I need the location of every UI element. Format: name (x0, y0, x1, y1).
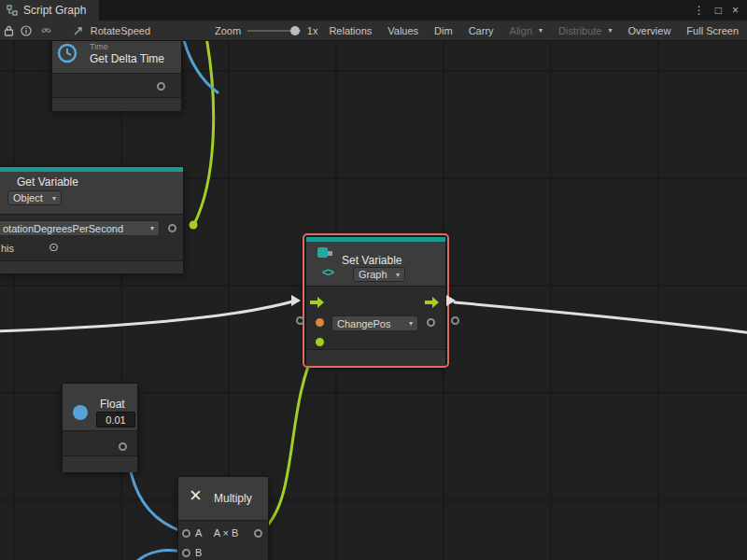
script-graph-icon (7, 5, 18, 16)
carry-button[interactable]: Carry (464, 21, 499, 40)
lock-icon[interactable] (4, 25, 14, 36)
variable-scope-dropdown[interactable]: Graph ▾ (353, 267, 405, 282)
connection-values-icon[interactable]: ‹×› (38, 25, 53, 35)
node-get-variable[interactable]: Get Variable Object ▾ otationDegreesPerS… (0, 166, 184, 273)
node-float[interactable]: Float 0.01 (62, 383, 138, 471)
wire-to-multiply-b[interactable] (136, 550, 182, 560)
graph-toolbar: ‹×› RotateSpeed Zoom 1x Relations Values… (0, 21, 747, 41)
wire-endpoint-green[interactable] (190, 221, 198, 230)
caret-down-icon: ▾ (409, 319, 413, 328)
multiply-icon: × (190, 485, 202, 506)
zoom-slider-knob[interactable] (290, 26, 300, 35)
caret-down-icon: ▾ (396, 271, 400, 279)
distribute-button: Distribute ▾ (554, 21, 616, 40)
output-port[interactable] (254, 529, 262, 538)
output-port[interactable] (157, 82, 165, 91)
variable-name-dropdown[interactable]: otationDegreesPerSecond ▾ (0, 220, 160, 236)
code-angle-icon: <> (322, 266, 333, 279)
tab-script-graph[interactable]: Script Graph (0, 0, 99, 21)
graph-canvas[interactable]: Time Get Delta Time Get Variable Object … (0, 41, 747, 560)
zoom-label: Zoom (215, 25, 241, 36)
variable-icon (317, 245, 335, 262)
fullscreen-button[interactable]: Full Screen (682, 21, 743, 40)
graph-name-label: RotateSpeed (91, 25, 150, 36)
variable-scope-dropdown[interactable]: Object ▾ (7, 190, 62, 205)
input-port-b[interactable] (182, 549, 190, 557)
flow-in-connector[interactable] (291, 295, 301, 306)
maximize-icon[interactable]: □ (715, 4, 722, 17)
close-icon[interactable]: × (732, 4, 739, 17)
relations-button[interactable]: Relations (324, 21, 376, 40)
this-label: his (1, 243, 14, 254)
info-icon[interactable] (21, 25, 32, 36)
wire-flow-left[interactable] (0, 301, 296, 331)
wire-flow-right[interactable] (455, 302, 747, 333)
value-output-port[interactable] (427, 318, 435, 327)
output-port[interactable] (119, 442, 127, 451)
float-icon (73, 405, 88, 420)
dim-button[interactable]: Dim (430, 21, 458, 40)
input-a-label: A (195, 527, 202, 539)
self-target-icon[interactable]: ⊙ (49, 240, 59, 254)
caret-down-icon: ▾ (150, 224, 154, 232)
node-title: Set Variable (342, 254, 402, 267)
node-title: Multiply (214, 492, 252, 505)
tab-title: Script Graph (23, 4, 86, 17)
values-button[interactable]: Values (383, 21, 423, 40)
input-port-a[interactable] (182, 529, 190, 538)
zoom-value: 1x (307, 25, 318, 36)
node-multiply[interactable]: × Multiply A A × B B (177, 476, 269, 560)
value-input-port[interactable] (316, 318, 324, 327)
window-tab-bar: Script Graph ⋮ □ × (0, 0, 747, 21)
node-set-variable[interactable]: <> Set Variable Graph ▾ ChangePos ▾ (305, 236, 446, 365)
caret-down-icon: ▾ (609, 26, 613, 35)
node-title: Get Variable (17, 175, 78, 189)
caret-down-icon: ▾ (539, 26, 543, 35)
node-get-delta-time[interactable]: Time Get Delta Time (51, 41, 182, 110)
zoom-slider[interactable] (247, 30, 301, 32)
clock-icon (56, 42, 78, 64)
overview-button[interactable]: Overview (624, 21, 676, 40)
unconnected-port-right[interactable] (451, 316, 459, 325)
variable-name-dropdown[interactable]: ChangePos ▾ (331, 315, 418, 331)
align-button: Align ▾ (505, 21, 547, 40)
connected-value-port[interactable] (316, 338, 324, 346)
flow-in-arrow-icon[interactable] (310, 297, 324, 308)
node-kicker: Time (90, 42, 108, 51)
kebab-menu-icon[interactable]: ⋮ (694, 4, 705, 17)
graph-asset-icon (73, 25, 84, 36)
caret-down-icon: ▾ (52, 194, 56, 203)
flow-out-connector[interactable] (446, 295, 456, 306)
node-title: Float (100, 398, 125, 411)
float-value-input[interactable]: 0.01 (96, 412, 135, 427)
unconnected-port-left[interactable] (296, 316, 304, 325)
node-title: Get Delta Time (90, 52, 164, 65)
name-port[interactable] (168, 224, 176, 232)
input-b-label: B (195, 547, 202, 558)
result-label: A × B (206, 527, 246, 539)
flow-out-arrow-icon[interactable] (425, 297, 439, 308)
